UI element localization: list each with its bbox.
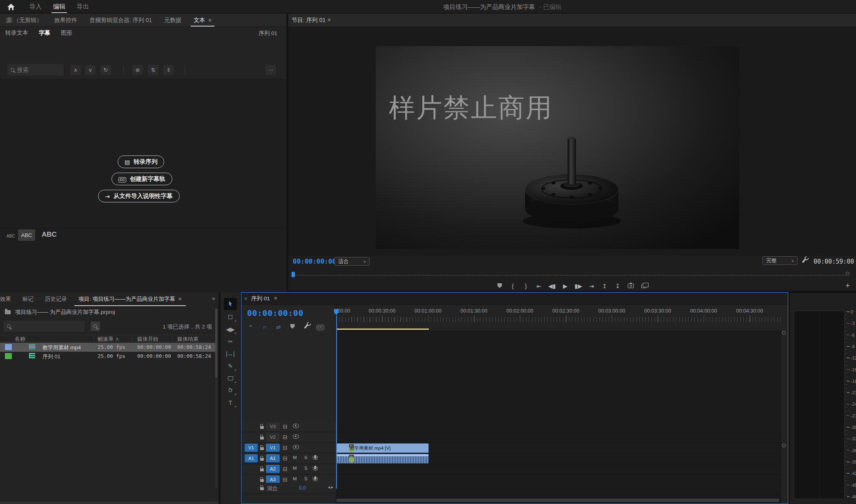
close-icon[interactable]: ×: [244, 295, 247, 302]
selection-tool[interactable]: [224, 298, 237, 310]
track-select-forward-tool[interactable]: [224, 312, 237, 322]
panel-overflow-chevrons[interactable]: »: [212, 295, 215, 302]
timeline-settings-button[interactable]: [303, 324, 310, 330]
lift-button[interactable]: ↥: [601, 282, 608, 290]
eye-icon[interactable]: [293, 445, 299, 449]
breadcrumb[interactable]: 项目练习—— 为产品商业片加字幕.prproj: [5, 309, 115, 316]
mute-button[interactable]: M: [293, 466, 297, 471]
playback-resolution-select[interactable]: 完整 ∨: [762, 256, 798, 265]
extract-button[interactable]: ↧: [614, 282, 621, 290]
panel-menu-icon[interactable]: ≡: [208, 17, 212, 23]
previous-caption-button[interactable]: ∧: [70, 65, 81, 75]
column-header-3[interactable]: 媒体开始: [137, 335, 158, 343]
tab-effects[interactable]: 效果: [0, 292, 17, 306]
next-caption-button[interactable]: ∨: [85, 65, 96, 75]
track-lane-master[interactable]: [336, 485, 781, 496]
track-lane-v2[interactable]: [336, 432, 781, 443]
column-header-2[interactable]: 帧速率 ∧: [98, 335, 119, 343]
panel-menu-icon[interactable]: ≡: [178, 296, 182, 302]
add-marker-button[interactable]: [289, 324, 296, 330]
hand-tool[interactable]: [224, 385, 237, 396]
timeline-ruler[interactable]: :00:0000:00:30:0000:01:00:0000:01:30:000…: [336, 305, 781, 331]
rectangle-tool[interactable]: [224, 373, 237, 384]
lock-icon[interactable]: [259, 444, 264, 451]
captions-search-box[interactable]: [7, 64, 64, 75]
scrollbar-dot[interactable]: [782, 444, 786, 447]
timeline-vertical-scrollbar[interactable]: [781, 331, 787, 494]
program-timecode[interactable]: 00:00:00:00: [293, 258, 336, 265]
track-target-a1[interactable]: A1: [266, 454, 280, 462]
column-header-1[interactable]: 名称: [15, 335, 25, 343]
scrubber-playhead[interactable]: [292, 272, 295, 277]
track-target-a3[interactable]: A3: [266, 475, 280, 484]
project-search-box[interactable]: [4, 321, 85, 332]
subtab-captions[interactable]: 字幕: [33, 29, 56, 37]
panel-menu-icon[interactable]: ≡: [328, 13, 331, 27]
add-caption-button[interactable]: ⊕: [132, 65, 143, 75]
captions-menu-button[interactable]: CC: [317, 324, 324, 330]
mic-icon[interactable]: [314, 476, 317, 480]
pen-tool[interactable]: ✎: [224, 361, 237, 371]
step-back-button[interactable]: ◀▮: [548, 282, 556, 290]
keyframe-icon[interactable]: ◄►: [327, 485, 334, 489]
scrubber-end-handle[interactable]: [846, 272, 849, 275]
tab-project[interactable]: 项目: 项目练习——为产品商业片加字幕≡: [73, 292, 187, 306]
add-marker-button[interactable]: [496, 282, 504, 290]
create-caption-track-button[interactable]: CC创建新字幕轨: [111, 173, 172, 185]
sync-lock-icon[interactable]: ⊟: [281, 465, 289, 473]
tab-text[interactable]: 文本≡: [187, 13, 218, 27]
linked-selection-toggle[interactable]: ⇄: [275, 324, 282, 330]
tab-markers[interactable]: 标记: [17, 292, 39, 306]
source-patch-v1[interactable]: V1: [245, 444, 258, 452]
captions-more-button[interactable]: ⋯: [265, 65, 276, 75]
merge-caption-button[interactable]: ⇕: [163, 65, 174, 75]
lock-icon[interactable]: [259, 423, 264, 430]
split-caption-button[interactable]: ⇅: [148, 65, 158, 75]
go-to-in-button[interactable]: ⇤: [535, 282, 543, 290]
sync-lock-icon[interactable]: ⊟: [281, 454, 289, 462]
tab-effect-controls[interactable]: 效果控件: [48, 13, 83, 27]
track-target-a2[interactable]: A2: [266, 465, 280, 473]
solo-button[interactable]: S: [304, 476, 308, 481]
app-tab-edit[interactable]: 编辑: [47, 0, 71, 13]
app-tab-export[interactable]: 导出: [71, 0, 95, 13]
tab-audio-clip-mixer[interactable]: 音频剪辑混合器: 序列 01: [83, 13, 158, 27]
caption-size-small[interactable]: ABC: [7, 234, 15, 238]
eye-icon[interactable]: [293, 424, 299, 428]
track-lane-v3[interactable]: [336, 422, 781, 432]
zoom-level-select[interactable]: 适合 ∨: [334, 257, 370, 266]
subtab-graphics[interactable]: 图形: [56, 29, 78, 37]
comparison-view-button[interactable]: [640, 282, 647, 290]
mic-icon[interactable]: [314, 455, 317, 459]
captions-search-input[interactable]: [17, 67, 58, 73]
scrollbar-dot[interactable]: [782, 331, 786, 335]
project-scrollbar-thumb[interactable]: [215, 309, 217, 378]
ripple-edit-tool[interactable]: ◀▶: [224, 324, 237, 335]
mark-in-button[interactable]: {: [509, 282, 517, 290]
razor-tool[interactable]: ✂: [224, 336, 237, 347]
home-button[interactable]: [7, 2, 16, 11]
master-volume-value[interactable]: 0.0: [299, 485, 306, 491]
mute-button[interactable]: M: [293, 476, 297, 481]
timeline-timecode[interactable]: 00:00:00:00: [247, 308, 303, 318]
column-header-4[interactable]: 媒体结束: [177, 335, 198, 343]
snap-toggle[interactable]: ∩: [261, 324, 268, 330]
sync-lock-icon[interactable]: ⊟: [281, 444, 289, 452]
caption-size-medium[interactable]: ABC: [18, 229, 35, 241]
refresh-captions-button[interactable]: ↻: [100, 65, 111, 75]
lock-icon[interactable]: [259, 466, 264, 472]
sync-lock-icon[interactable]: ⊟: [281, 433, 289, 441]
import-captions-button[interactable]: ⇥从文件导入说明性字幕: [98, 190, 180, 202]
work-area-bar[interactable]: [336, 329, 429, 330]
add-button[interactable]: +: [845, 281, 850, 290]
lock-icon[interactable]: [259, 455, 264, 462]
play-button[interactable]: ▶: [562, 282, 569, 290]
monitor-settings-button[interactable]: [803, 258, 805, 265]
track-target-v1[interactable]: V1: [266, 444, 280, 452]
sync-lock-icon[interactable]: ⊟: [281, 422, 289, 431]
sync-lock-icon[interactable]: ⊟: [281, 475, 289, 484]
mark-out-button[interactable]: }: [522, 282, 530, 290]
tab-history[interactable]: 历史记录: [39, 292, 73, 306]
lock-icon[interactable]: [259, 476, 264, 483]
audio-clip[interactable]: fx: [336, 454, 429, 464]
